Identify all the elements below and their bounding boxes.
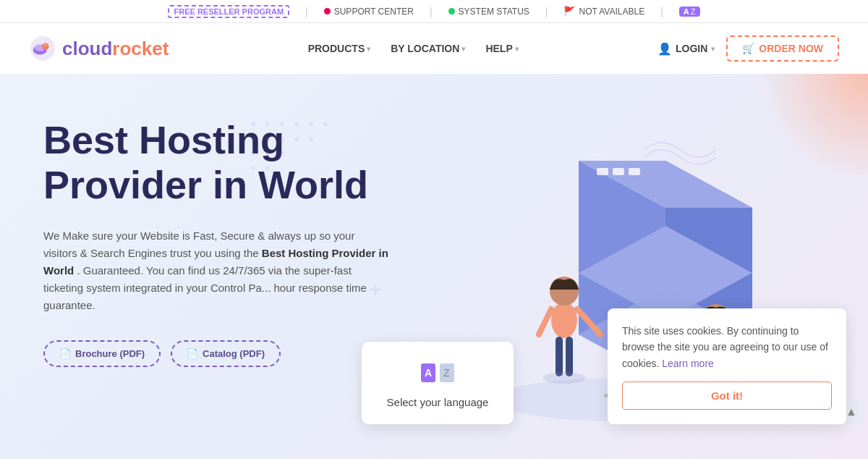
svg-rect-34 — [556, 337, 563, 376]
catalog-label: Catalog (PDF) — [203, 348, 265, 359]
svg-point-9 — [309, 122, 313, 127]
hero-left: Best Hosting Provider in World We Make s… — [43, 110, 420, 367]
svg-point-16 — [251, 151, 255, 156]
language-popup: A Z Select your language — [362, 342, 514, 424]
learn-more-link[interactable]: Learn more — [662, 358, 714, 369]
language-popup-title: Select your language — [376, 396, 499, 408]
svg-point-17 — [265, 151, 270, 156]
language-switcher[interactable]: A Z — [663, 7, 716, 17]
svg-point-14 — [294, 137, 299, 141]
svg-point-19 — [251, 166, 255, 170]
person-icon: 👤 — [658, 42, 672, 56]
cart-icon: 🛒 — [742, 43, 754, 54]
svg-point-12 — [265, 137, 270, 141]
hero-description: We Make sure your Website is Fast, Secur… — [43, 227, 391, 314]
nav-links: PRODUCTS ▾ BY LOCATION ▾ HELP ▾ — [308, 43, 519, 54]
free-reseller-item[interactable]: FREE RESELLER PROGRAM — [152, 5, 305, 18]
cookie-text-content: This site uses cookies. By continuing to… — [622, 325, 828, 369]
flag-na-icon: 🚩 — [563, 6, 575, 17]
svg-point-7 — [280, 122, 284, 127]
status-dot-icon — [448, 8, 455, 14]
deco-dots-pattern — [246, 117, 362, 175]
nav-help[interactable]: HELP ▾ — [485, 43, 518, 54]
chevron-up-icon: ▲ — [846, 405, 857, 418]
brochure-button[interactable]: 📄 Brochure (PDF) — [43, 340, 161, 367]
brochure-icon: 📄 — [59, 348, 71, 359]
support-center-label: SUPPORT CENTER — [334, 7, 414, 17]
login-chevron-icon: ▾ — [711, 45, 715, 53]
order-now-button[interactable]: 🛒 ORDER NOW — [726, 35, 839, 62]
svg-point-10 — [323, 122, 328, 127]
help-label: HELP — [485, 43, 512, 54]
svg-line-36 — [539, 309, 551, 334]
svg-point-51 — [542, 372, 586, 384]
free-reseller-badge: FREE RESELLER PROGRAM — [168, 5, 289, 18]
login-label: LOGIN — [676, 43, 707, 54]
svg-rect-26 — [613, 168, 624, 175]
logo-rocket: rocket — [112, 38, 169, 59]
navbar: cloudrocket PRODUCTS ▾ BY LOCATION ▾ HEL… — [0, 23, 868, 74]
svg-text:A: A — [425, 367, 432, 379]
products-label: PRODUCTS — [308, 43, 365, 54]
svg-point-32 — [551, 302, 577, 338]
hero-desc-end: . Guaranteed. You can find us 24/7/365 v… — [43, 264, 367, 311]
svg-text:Z: Z — [443, 367, 450, 379]
svg-point-6 — [265, 122, 270, 127]
system-status-item[interactable]: SYSTEM STATUS — [433, 7, 545, 17]
catalog-button[interactable]: 📄 Catalog (PDF) — [171, 340, 281, 367]
logo[interactable]: cloudrocket — [29, 35, 169, 62]
by-location-label: BY LOCATION — [391, 43, 459, 54]
cookie-popup: This site uses cookies. By continuing to… — [608, 308, 846, 424]
logo-cloud: cloud — [62, 38, 112, 59]
nav-products[interactable]: PRODUCTS ▾ — [308, 43, 371, 54]
logo-text: cloudrocket — [62, 38, 169, 60]
svg-point-5 — [251, 122, 255, 127]
products-chevron-icon: ▾ — [367, 45, 370, 53]
svg-point-13 — [280, 137, 284, 141]
support-center-item[interactable]: SUPPORT CENTER — [308, 7, 430, 17]
logo-icon — [29, 35, 56, 62]
svg-point-11 — [251, 137, 255, 141]
lang-a: A — [684, 7, 689, 16]
order-now-label: ORDER NOW — [759, 43, 823, 54]
svg-point-18 — [280, 151, 284, 156]
svg-rect-35 — [566, 337, 573, 376]
nav-actions: 👤 LOGIN ▾ 🛒 ORDER NOW — [658, 35, 839, 62]
hero-title: Best Hosting Provider in World — [43, 117, 420, 207]
lang-az-badge[interactable]: A Z — [679, 7, 700, 17]
not-available-label: NOT AVAILABLE — [579, 7, 644, 17]
svg-point-8 — [294, 122, 299, 127]
catalog-icon: 📄 — [187, 348, 198, 359]
brochure-label: Brochure (PDF) — [75, 348, 145, 359]
svg-point-20 — [265, 166, 270, 170]
top-bar: FREE RESELLER PROGRAM | SUPPORT CENTER |… — [0, 0, 868, 23]
lang-z: Z — [691, 7, 696, 16]
login-button[interactable]: 👤 LOGIN ▾ — [658, 42, 715, 56]
got-it-button[interactable]: Got it! — [622, 382, 832, 410]
svg-rect-27 — [629, 168, 640, 175]
hero-section: + Best Hosting Provider in World We Make… — [0, 74, 868, 459]
support-dot-icon — [324, 8, 331, 14]
svg-point-15 — [309, 137, 313, 141]
language-icon: A Z — [376, 362, 499, 389]
nav-by-location[interactable]: BY LOCATION ▾ — [391, 43, 465, 54]
cookie-text: This site uses cookies. By continuing to… — [622, 323, 832, 371]
by-location-chevron-icon: ▾ — [461, 45, 465, 53]
svg-rect-25 — [597, 168, 608, 175]
help-chevron-icon: ▾ — [515, 45, 519, 53]
system-status-label: SYSTEM STATUS — [459, 7, 529, 17]
not-available-item: 🚩 NOT AVAILABLE — [548, 6, 660, 17]
deco-cross-icon: + — [369, 277, 383, 303]
